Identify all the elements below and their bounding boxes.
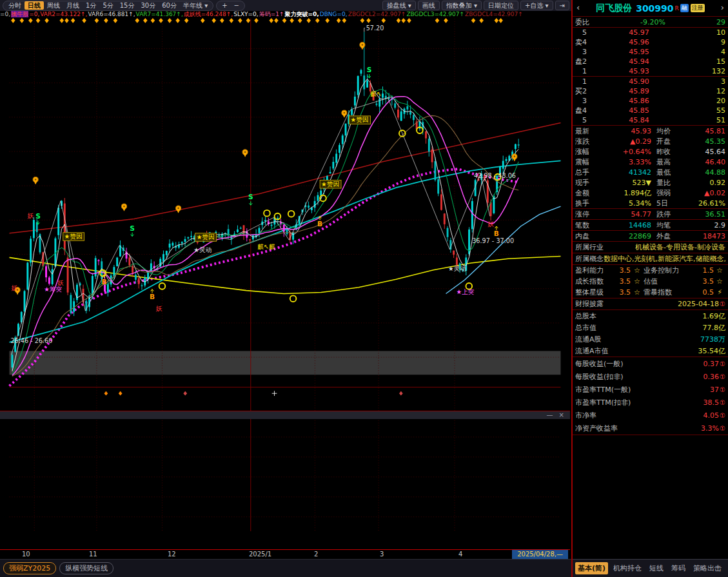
period-button[interactable]: 60分 — [159, 1, 180, 10]
queue-price: 45.95 — [589, 48, 689, 56]
stat-value: 18473 — [678, 232, 725, 240]
star-icon: ☆ — [714, 266, 725, 275]
candle-body — [249, 239, 251, 240]
indicator-values-line: =0,擒牛股=0,VAR2=43.122↑,VAR6=46.881↑,VAR7=… — [0, 11, 571, 18]
industry-row[interactable]: 所属行业 机械设备-专用设备-制冷设备 — [573, 242, 728, 253]
bid-queue: 145.903买245.8912345.8620盘445.8555545.845… — [573, 77, 728, 126]
tool-button[interactable]: ⇥ — [555, 1, 569, 10]
panel-tab[interactable]: 基本(简) — [575, 562, 608, 574]
sell-mark: S — [367, 66, 372, 74]
period-button[interactable]: 日线 — [25, 1, 44, 10]
zoom-button[interactable]: − — [231, 1, 242, 10]
quote-row[interactable]: 345.8620 — [573, 96, 728, 106]
ratio-label: 市净率 — [575, 411, 596, 420]
stat-value: ▲0.29 — [597, 137, 651, 146]
signal-tag-yellow: ★赞因 — [321, 181, 339, 188]
ratio-label: 市盈率TTM(一般) — [575, 385, 631, 395]
next-stock-arrow[interactable]: › — [721, 3, 724, 12]
ma-cyan-long — [10, 161, 561, 342]
panel-tab[interactable]: 筹码 — [669, 562, 688, 574]
main-chart[interactable]: 57.20SSSSBBBB妖妖妖妖妖★赞因★赞因★赞因★赞因麒↖麒麒↖★筹突★上… — [0, 18, 570, 549]
ratio-row: 每股收益(扣非)0.36① — [573, 370, 728, 383]
quote-row[interactable]: 145.903 — [573, 77, 728, 86]
info-icon[interactable]: ① — [720, 360, 725, 367]
quote-row[interactable]: 545.9710 — [573, 28, 728, 37]
tool-button[interactable]: 画线 — [418, 1, 440, 10]
tool-button[interactable]: 日期定位 — [484, 1, 518, 10]
candle-body — [440, 194, 442, 210]
info-icon[interactable]: ① — [720, 373, 725, 380]
tool-button[interactable]: 操盘线 ▾ — [382, 1, 416, 10]
stat-value: 523▼ — [597, 179, 651, 187]
rating-row: 盈利能力3.5☆业务控制力1.5☆ — [573, 265, 728, 276]
rating-label: 业务控制力 — [644, 266, 697, 275]
quote-row[interactable]: 盘245.9415 — [573, 57, 728, 66]
stat-label: 开盘 — [656, 137, 678, 146]
info-icon[interactable]: ① — [720, 300, 725, 308]
period-button[interactable]: 月线 — [63, 1, 83, 10]
stat-row: 震幅3.33%最高46.40 — [573, 157, 728, 167]
stat-value: 54.77 — [597, 210, 651, 219]
candle-body — [98, 260, 100, 262]
period-button[interactable]: 1分 — [83, 1, 99, 10]
queue-level: 3 — [582, 48, 589, 56]
indicator-tab[interactable]: 纵横强势短线 — [59, 562, 113, 574]
stat-value: 45.35 — [678, 137, 725, 146]
stat-label: 最低 — [656, 168, 678, 177]
stat-row: 笔数14468均笔2.9 — [573, 220, 728, 230]
close-icon[interactable]: × — [559, 411, 564, 419]
bottom-tabbar-right: 基本(简)机构持仓短线筹码策略出击资金流向 — [573, 559, 728, 577]
ratio-value: 0.37① — [624, 360, 725, 368]
pin-icon-dot — [514, 155, 516, 157]
period-button[interactable]: 周线 — [44, 1, 63, 10]
period-button[interactable]: 30分 — [137, 1, 159, 10]
register-badge[interactable]: 注册 — [691, 4, 705, 12]
indicator-token: VAR6=46.881↑, — [88, 11, 135, 17]
marker-diamond-icon — [495, 18, 499, 23]
sell-mark: S — [130, 224, 135, 233]
period-button[interactable]: 15分 — [117, 1, 138, 10]
period-button[interactable]: 半年线 ▾ — [180, 1, 211, 10]
panel-tab[interactable]: 短线 — [647, 562, 666, 574]
quote-row[interactable]: 卖445.969 — [573, 37, 728, 47]
queue-level: 5 — [582, 116, 589, 124]
date-label: 10 — [22, 551, 30, 558]
queue-volume: 20 — [689, 97, 725, 105]
yao-mark: 妖 — [28, 212, 34, 219]
zoom-button[interactable]: + — [219, 1, 230, 10]
stat-label: 强弱 — [656, 188, 678, 198]
prev-stock-arrow[interactable]: ‹ — [576, 3, 580, 12]
pin-icon-tail — [16, 292, 19, 295]
indicator-tab[interactable]: 强弱ZY2025 — [3, 562, 56, 574]
quote-panel: ‹ 同飞股份 300990 R 融 注册 › 委比 -9.20% 29 545.… — [571, 0, 728, 577]
quote-row[interactable]: 买245.8912 — [573, 86, 728, 96]
tool-button[interactable]: 指数叠加 ▾ — [442, 1, 482, 10]
panel-tab[interactable]: 机构持仓 — [611, 562, 644, 574]
concept-row[interactable]: 所属概念 数据中心,光刻机,新能源汽车,储能概念,氢能... — [573, 253, 728, 265]
info-icon[interactable]: ① — [720, 386, 725, 393]
capital-block: 总股本1.69亿总市值77.8亿流通A股7738万流通A市值35.54亿 — [573, 310, 728, 357]
marker-diamond-icon — [290, 18, 294, 23]
quote-row[interactable]: 545.8451 — [573, 115, 728, 125]
queue-level: 4 — [582, 106, 589, 115]
period-button[interactable]: 5分 — [99, 1, 116, 10]
quote-row[interactable]: 盘445.8555 — [573, 106, 728, 115]
marker-diamond-icon — [64, 18, 69, 23]
info-icon[interactable]: ① — [720, 412, 725, 419]
quote-row[interactable]: 145.93132 — [573, 66, 728, 76]
period-button[interactable]: 分时 — [5, 1, 25, 10]
candle-body — [24, 291, 26, 311]
current-date-box[interactable]: 2025/04/28,— — [512, 550, 568, 559]
info-icon[interactable]: ① — [720, 425, 725, 432]
quote-row[interactable]: 345.954 — [573, 47, 728, 57]
info-icon[interactable]: ① — [720, 399, 725, 406]
marker-diamond-icon — [382, 18, 386, 23]
marker-diamond-icon — [366, 18, 371, 23]
stat-value: 46.40 — [678, 158, 725, 166]
candle-body — [166, 251, 168, 255]
signal-tag-magenta: ★筹突 — [44, 286, 62, 293]
rating-row: 整体星级3.5☆雷暴指数0.5⚡ — [573, 287, 728, 298]
minimize-icon[interactable]: — — [547, 411, 553, 419]
tool-button[interactable]: +自选 ▾ — [520, 1, 553, 10]
panel-tab[interactable]: 策略出击 — [691, 562, 724, 574]
